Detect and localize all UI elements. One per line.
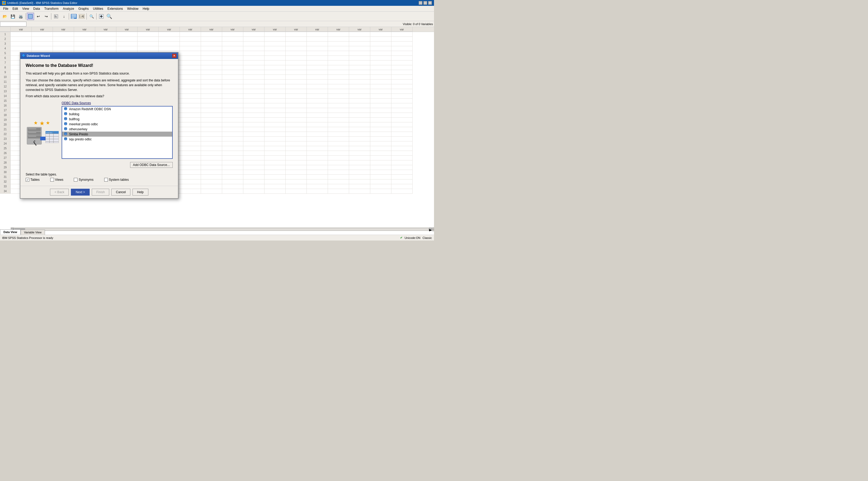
- odbc-list[interactable]: Amazon Redshift ODBC DSNbulldogbullfrogm…: [62, 106, 173, 159]
- cell-r16-c14[interactable]: [286, 103, 307, 108]
- print-button[interactable]: 🖨️: [17, 13, 24, 20]
- odbc-item-1[interactable]: bulldog: [62, 111, 172, 117]
- cell-r3-c14[interactable]: [286, 41, 307, 46]
- cell-r4-c19[interactable]: [392, 46, 412, 51]
- menu-utilities[interactable]: Utilities: [91, 6, 105, 11]
- cell-r23-c15[interactable]: [307, 137, 328, 141]
- cell-r27-c10[interactable]: [201, 156, 222, 160]
- cell-r31-c10[interactable]: [201, 175, 222, 180]
- cell-r26-c13[interactable]: [265, 151, 285, 156]
- cell-r33-c19[interactable]: [392, 184, 412, 189]
- cell-r21-c10[interactable]: [201, 127, 222, 132]
- cell-r18-c15[interactable]: [307, 113, 328, 118]
- cell-r23-c11[interactable]: [222, 137, 243, 141]
- cell-r29-c14[interactable]: [286, 165, 307, 170]
- cell-r2-c1[interactable]: [10, 37, 31, 41]
- cell-r24-c13[interactable]: [265, 141, 285, 146]
- goto-case[interactable]: ↓: [60, 13, 68, 20]
- cell-r32-c14[interactable]: [286, 180, 307, 184]
- cell-r10-c13[interactable]: [265, 75, 285, 79]
- cell-r25-c16[interactable]: [328, 146, 349, 151]
- cell-r27-c11[interactable]: [222, 156, 243, 160]
- cell-r17-c18[interactable]: [370, 108, 391, 113]
- cell-r8-c9[interactable]: [180, 65, 201, 70]
- cell-r32-c15[interactable]: [307, 180, 328, 184]
- cell-r4-c7[interactable]: [137, 46, 158, 51]
- cell-r13-c9[interactable]: [180, 89, 201, 94]
- cell-r14-c14[interactable]: [286, 94, 307, 99]
- cell-r18-c9[interactable]: [180, 113, 201, 118]
- undo-button[interactable]: ↩: [35, 13, 42, 20]
- cell-r8-c15[interactable]: [307, 65, 328, 70]
- cell-r16-c10[interactable]: [201, 103, 222, 108]
- cell-r5-c15[interactable]: [307, 51, 328, 56]
- cell-r22-c17[interactable]: [349, 132, 370, 137]
- cell-r2-c14[interactable]: [286, 37, 307, 41]
- cell-r23-c12[interactable]: [243, 137, 264, 141]
- cell-r16-c19[interactable]: [392, 103, 412, 108]
- cell-r2-c5[interactable]: [95, 37, 116, 41]
- cell-r1-c18[interactable]: [370, 32, 391, 37]
- cell-r3-c15[interactable]: [307, 41, 328, 46]
- cell-r28-c14[interactable]: [286, 160, 307, 165]
- cell-r33-c11[interactable]: [222, 184, 243, 189]
- cell-r1-c19[interactable]: [392, 32, 412, 37]
- cell-r24-c10[interactable]: [201, 141, 222, 146]
- cell-r30-c19[interactable]: [392, 170, 412, 175]
- horizontal-scrollbar[interactable]: ◀ ▶ ···: [10, 227, 434, 231]
- cell-r19-c10[interactable]: [201, 118, 222, 122]
- cell-r2-c9[interactable]: [180, 37, 201, 41]
- cell-r3-c16[interactable]: [328, 41, 349, 46]
- cell-r14-c13[interactable]: [265, 94, 285, 99]
- cell-r4-c17[interactable]: [349, 46, 370, 51]
- cell-r1-c10[interactable]: [201, 32, 222, 37]
- cell-r17-c9[interactable]: [180, 108, 201, 113]
- cell-r2-c4[interactable]: [74, 37, 95, 41]
- cell-r3-c9[interactable]: [180, 41, 201, 46]
- cell-r30-c9[interactable]: [180, 170, 201, 175]
- cell-r9-c10[interactable]: [201, 70, 222, 75]
- add-odbc-button[interactable]: Add ODBC Data Source...: [130, 162, 173, 168]
- cell-r12-c18[interactable]: [370, 84, 391, 89]
- cell-r21-c9[interactable]: [180, 127, 201, 132]
- cell-r24-c17[interactable]: [349, 141, 370, 146]
- cell-r24-c12[interactable]: [243, 141, 264, 146]
- cell-r1-c7[interactable]: [137, 32, 158, 37]
- cell-r21-c18[interactable]: [370, 127, 391, 132]
- cell-r15-c15[interactable]: [307, 99, 328, 103]
- cell-r24-c19[interactable]: [392, 141, 412, 146]
- menu-analyze[interactable]: Analyze: [61, 6, 76, 11]
- cell-r22-c18[interactable]: [370, 132, 391, 137]
- cell-r13-c18[interactable]: [370, 89, 391, 94]
- cell-r5-c14[interactable]: [286, 51, 307, 56]
- cell-r7-c11[interactable]: [222, 61, 243, 65]
- cell-r4-c14[interactable]: [286, 46, 307, 51]
- cell-r3-c13[interactable]: [265, 41, 285, 46]
- cell-r13-c13[interactable]: [265, 89, 285, 94]
- cell-r16-c13[interactable]: [265, 103, 285, 108]
- cell-r12-c13[interactable]: [265, 84, 285, 89]
- cell-r12-c16[interactable]: [328, 84, 349, 89]
- cell-r10-c18[interactable]: [370, 75, 391, 79]
- cell-r18-c12[interactable]: [243, 113, 264, 118]
- cell-r2-c7[interactable]: [137, 37, 158, 41]
- value-labels-button[interactable]: 1A: [78, 13, 86, 20]
- cell-r7-c16[interactable]: [328, 61, 349, 65]
- cell-r20-c12[interactable]: [243, 122, 264, 127]
- cell-r20-c15[interactable]: [307, 122, 328, 127]
- odbc-item-6[interactable]: squ presto odbc: [62, 137, 172, 142]
- cell-r27-c17[interactable]: [349, 156, 370, 160]
- cell-r1-c2[interactable]: [32, 32, 53, 37]
- cell-r19-c13[interactable]: [265, 118, 285, 122]
- cell-r33-c10[interactable]: [201, 184, 222, 189]
- cell-r14-c10[interactable]: [201, 94, 222, 99]
- cell-r9-c14[interactable]: [286, 70, 307, 75]
- cell-r24-c15[interactable]: [307, 141, 328, 146]
- cell-r4-c16[interactable]: [328, 46, 349, 51]
- cell-r5-c18[interactable]: [370, 51, 391, 56]
- cell-r11-c10[interactable]: [201, 79, 222, 84]
- cell-r11-c12[interactable]: [243, 79, 264, 84]
- cell-r14-c15[interactable]: [307, 94, 328, 99]
- cell-r31-c19[interactable]: [392, 175, 412, 180]
- cell-r17-c14[interactable]: [286, 108, 307, 113]
